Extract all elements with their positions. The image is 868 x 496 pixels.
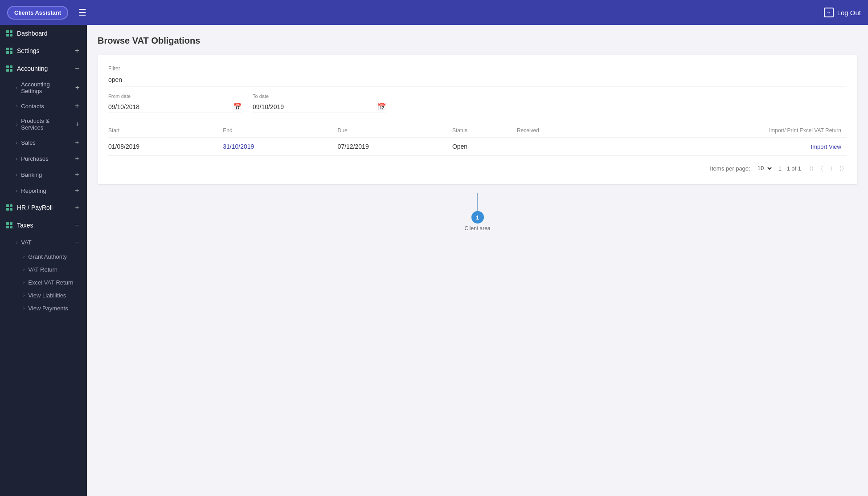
chevron-right-icon: › (23, 306, 25, 311)
to-date-label: To date (253, 94, 386, 99)
logout-button[interactable]: Log Out (824, 8, 861, 17)
client-area-label: Client area (464, 225, 490, 232)
filter-label: Filter (108, 65, 847, 72)
content-card: Filter From date 09/10/2018 📅 To date 09… (98, 55, 857, 184)
contacts-expand-button[interactable]: + (73, 102, 82, 110)
cell-start: 01/08/2019 (108, 138, 223, 156)
chevron-right-icon: › (16, 85, 17, 90)
cell-due: 07/12/2019 (338, 138, 452, 156)
sidebar: Dashboard Settings + Accounting − › Acco… (0, 25, 87, 496)
sidebar-label-reporting: Reporting (21, 187, 46, 194)
sidebar-item-vat[interactable]: › VAT − (0, 234, 87, 250)
settings-icon (5, 47, 13, 55)
sidebar-item-view-liabilities[interactable]: › View Liabilities (0, 289, 87, 302)
to-date-field: To date 09/10/2019 📅 (253, 94, 386, 113)
sidebar-item-grant-authority[interactable]: › Grant Authority (0, 250, 87, 263)
cell-status: Open (452, 138, 517, 156)
sidebar-label-grant-authority: Grant Authority (28, 253, 67, 260)
sidebar-label-vat: VAT (21, 239, 31, 246)
table-row: 01/08/2019 31/10/2019 07/12/2019 Open Im… (108, 138, 847, 156)
sidebar-label-taxes: Taxes (17, 222, 33, 229)
sidebar-item-hr-payroll[interactable]: HR / PayRoll + (0, 199, 87, 216)
sidebar-item-banking[interactable]: › Banking + (0, 167, 87, 183)
sidebar-label-vat-return: VAT Return (28, 266, 57, 273)
sidebar-item-sales[interactable]: › Sales + (0, 134, 87, 150)
sidebar-item-products-services[interactable]: › Products & Services + (0, 114, 87, 134)
col-received: Received (517, 124, 603, 138)
chevron-right-icon: › (16, 188, 17, 193)
chevron-right-icon: › (23, 267, 25, 272)
items-per-page-control: Items per page: 10 25 50 (710, 163, 773, 173)
filter-input[interactable] (108, 73, 847, 86)
sidebar-item-contacts[interactable]: › Contacts + (0, 98, 87, 114)
sidebar-item-vat-return[interactable]: › VAT Return (0, 263, 87, 276)
page-info: 1 - 1 of 1 (778, 165, 801, 172)
settings-expand-button[interactable]: + (73, 46, 82, 55)
col-action: Import/ Print Excel VAT Return (603, 124, 847, 138)
sidebar-item-dashboard[interactable]: Dashboard (0, 25, 87, 42)
sidebar-label-accounting-settings: Accounting Settings (21, 81, 70, 94)
col-status: Status (452, 124, 517, 138)
sidebar-label-accounting: Accounting (17, 65, 48, 72)
page-title: Browse VAT Obligations (98, 36, 857, 46)
col-end: End (223, 124, 337, 138)
sidebar-label-contacts: Contacts (21, 103, 44, 110)
per-page-select[interactable]: 10 25 50 (754, 163, 773, 173)
sidebar-item-accounting[interactable]: Accounting − (0, 60, 87, 77)
from-date-field: From date 09/10/2018 📅 (108, 94, 242, 113)
hamburger-icon: ☰ (78, 7, 86, 18)
taxes-expand-button[interactable]: − (73, 221, 82, 230)
hamburger-button[interactable]: ☰ (75, 5, 90, 20)
sales-expand-button[interactable]: + (73, 138, 82, 147)
sidebar-label-view-payments: View Payments (28, 305, 68, 312)
chevron-right-icon: › (16, 156, 17, 161)
prev-page-button[interactable]: ⟨ (818, 163, 826, 174)
sidebar-label-settings: Settings (17, 47, 40, 54)
sidebar-item-purchases[interactable]: › Purchases + (0, 150, 87, 167)
sidebar-label-purchases: Purchases (21, 155, 48, 162)
sidebar-label-sales: Sales (21, 139, 36, 146)
sidebar-item-view-payments[interactable]: › View Payments (0, 302, 87, 315)
products-services-expand-button[interactable]: + (73, 120, 82, 129)
import-view-link[interactable]: Import View (811, 143, 841, 150)
dashboard-icon (5, 29, 13, 37)
from-calendar-icon[interactable]: 📅 (233, 102, 242, 111)
col-due: Due (338, 124, 452, 138)
main-content: Browse VAT Obligations Filter From date … (87, 25, 868, 496)
brand-logo[interactable]: Clients Assistant (7, 6, 68, 20)
to-calendar-icon[interactable]: 📅 (377, 102, 386, 111)
filter-section: Filter (108, 65, 847, 86)
accounting-expand-button[interactable]: − (73, 64, 82, 73)
next-page-button[interactable]: ⟩ (827, 163, 835, 174)
client-badge[interactable]: 1 (471, 211, 484, 224)
accounting-settings-expand-button[interactable]: + (73, 83, 82, 92)
chevron-right-icon: › (16, 104, 17, 109)
sidebar-item-reporting[interactable]: › Reporting + (0, 183, 87, 199)
sidebar-item-excel-vat-return[interactable]: › Excel VAT Return (0, 276, 87, 289)
hr-payroll-expand-button[interactable]: + (73, 203, 82, 212)
sidebar-label-excel-vat-return: Excel VAT Return (28, 279, 73, 286)
sidebar-label-products-services: Products & Services (21, 118, 70, 131)
chevron-right-icon: › (23, 254, 25, 259)
vat-expand-button[interactable]: − (73, 238, 82, 247)
date-row: From date 09/10/2018 📅 To date 09/10/201… (108, 94, 847, 113)
sidebar-item-accounting-settings[interactable]: › Accounting Settings + (0, 77, 87, 98)
from-date-label: From date (108, 94, 242, 99)
cell-end: 31/10/2019 (223, 138, 337, 156)
accounting-icon (5, 65, 13, 73)
sidebar-item-settings[interactable]: Settings + (0, 42, 87, 60)
last-page-button[interactable]: ⟩⟩ (837, 163, 847, 174)
cell-received (517, 138, 603, 156)
first-page-button[interactable]: ⟨⟨ (807, 163, 816, 174)
layout: Dashboard Settings + Accounting − › Acco… (0, 25, 868, 496)
hr-payroll-icon (5, 203, 13, 211)
from-date-value: 09/10/2018 (108, 103, 233, 110)
pagination-row: Items per page: 10 25 50 1 - 1 of 1 ⟨⟨ ⟨… (108, 163, 847, 174)
banking-expand-button[interactable]: + (73, 170, 82, 179)
to-date-input-wrap: 09/10/2019 📅 (253, 101, 386, 113)
purchases-expand-button[interactable]: + (73, 154, 82, 163)
chevron-right-icon: › (16, 240, 17, 245)
sidebar-item-taxes[interactable]: Taxes − (0, 216, 87, 234)
to-date-value: 09/10/2019 (253, 103, 377, 110)
reporting-expand-button[interactable]: + (73, 186, 82, 195)
